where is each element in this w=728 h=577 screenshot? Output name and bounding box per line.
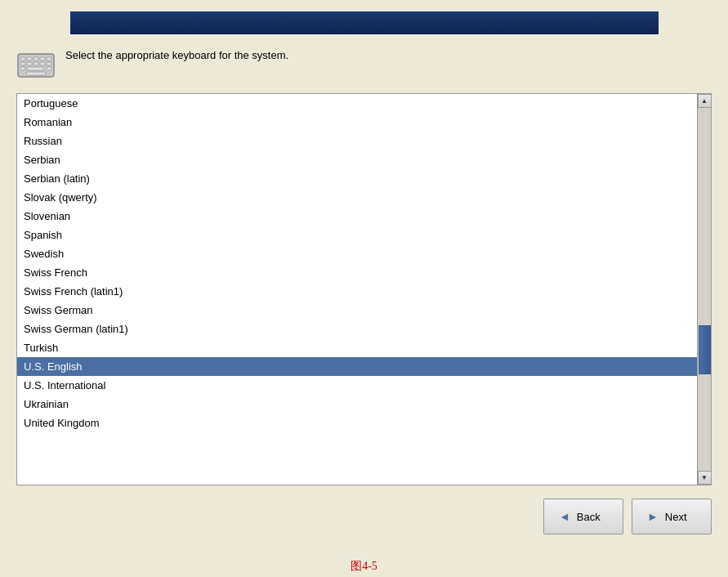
svg-rect-3	[33, 57, 38, 60]
svg-rect-13	[47, 67, 51, 70]
list-box[interactable]: PortugueseRomanianRussianSerbianSerbian …	[17, 94, 697, 485]
next-icon: ►	[647, 510, 659, 523]
scroll-down-button[interactable]: ▼	[698, 471, 712, 485]
list-item[interactable]: U.S. International	[17, 376, 697, 395]
svg-rect-14	[26, 72, 46, 75]
list-item[interactable]: Romanian	[17, 113, 697, 132]
list-item[interactable]: United Kingdom	[17, 414, 697, 432]
svg-rect-11	[20, 67, 25, 70]
svg-rect-2	[27, 57, 32, 60]
header-text: Select the appropriate keyboard for the …	[65, 47, 288, 64]
svg-rect-4	[40, 57, 45, 60]
list-item[interactable]: Slovak (qwerty)	[17, 188, 697, 207]
list-item[interactable]: Swiss French	[17, 263, 697, 282]
svg-rect-10	[47, 62, 51, 65]
back-button[interactable]: ◄ Back	[543, 499, 623, 535]
keyboard-icon	[16, 49, 56, 82]
title-bar	[70, 11, 659, 34]
list-item[interactable]: Turkish	[17, 338, 697, 357]
header-section: Select the appropriate keyboard for the …	[16, 47, 712, 82]
list-item[interactable]: Ukrainian	[17, 395, 697, 414]
back-label: Back	[577, 511, 601, 523]
list-item[interactable]: Serbian	[17, 150, 697, 169]
svg-rect-7	[27, 62, 32, 65]
list-item[interactable]: Russian	[17, 132, 697, 150]
footer-label: 图4-5	[0, 554, 728, 577]
scroll-up-button[interactable]: ▲	[698, 94, 712, 108]
svg-rect-12	[27, 67, 43, 70]
list-item[interactable]: U.S. English	[17, 357, 697, 376]
list-item[interactable]: Serbian (latin)	[17, 169, 697, 188]
scroll-thumb[interactable]	[699, 325, 711, 374]
list-item[interactable]: Portuguese	[17, 94, 697, 113]
list-item[interactable]: Swiss French (latin1)	[17, 282, 697, 301]
svg-rect-5	[47, 57, 51, 60]
svg-rect-1	[20, 57, 25, 60]
main-window: Select the appropriate keyboard for the …	[0, 0, 728, 577]
instruction-text: Select the appropriate keyboard for the …	[65, 49, 288, 61]
list-item[interactable]: Swedish	[17, 244, 697, 263]
svg-rect-6	[20, 62, 25, 65]
button-section: ◄ Back ► Next	[16, 499, 712, 541]
list-item[interactable]: Spanish	[17, 226, 697, 244]
list-item[interactable]: Swiss German (latin1)	[17, 320, 697, 338]
list-item[interactable]: Swiss German	[17, 301, 697, 320]
scroll-track	[698, 108, 711, 471]
next-button[interactable]: ► Next	[632, 499, 712, 535]
list-item[interactable]: Slovenian	[17, 207, 697, 226]
next-label: Next	[665, 511, 687, 523]
scrollbar-track: ▲ ▼	[697, 94, 711, 485]
list-container: PortugueseRomanianRussianSerbianSerbian …	[16, 93, 712, 485]
svg-rect-8	[33, 62, 38, 65]
svg-rect-9	[40, 62, 45, 65]
content-area: Select the appropriate keyboard for the …	[0, 34, 728, 554]
back-icon: ◄	[559, 510, 570, 523]
